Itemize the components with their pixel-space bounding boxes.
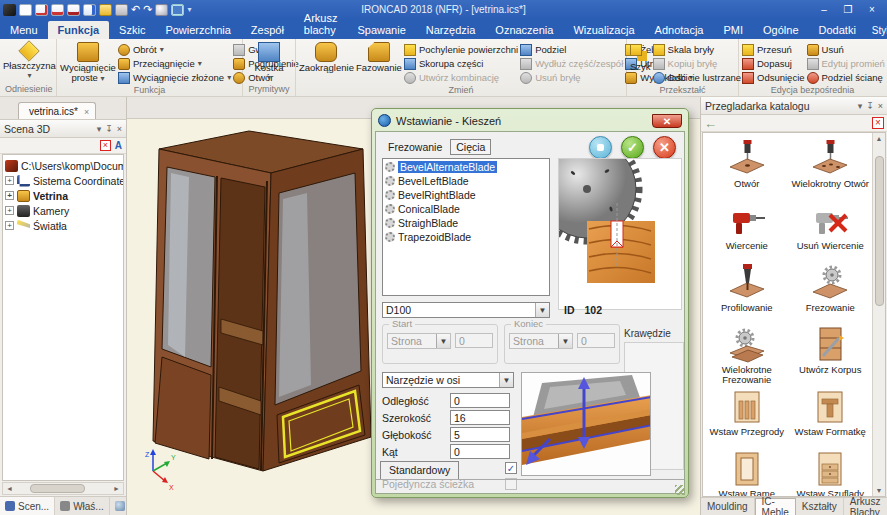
dopasuj-button[interactable]: Dopasuj xyxy=(742,57,805,70)
apply-button[interactable] xyxy=(589,136,612,159)
open-scene-icon[interactable] xyxy=(35,4,48,16)
open-folder-icon[interactable] xyxy=(99,4,112,16)
blade-item[interactable]: BevelRightBlade xyxy=(384,188,548,202)
catalog-item-wstaw-formatke[interactable]: Wstaw Formatkę xyxy=(789,385,873,447)
scrollbar-thumb[interactable] xyxy=(30,484,85,493)
close-button[interactable]: × xyxy=(861,3,883,17)
dropdown-caret-icon[interactable]: ▼ xyxy=(535,303,549,317)
tab-ogolne[interactable]: Ogólne xyxy=(753,21,808,39)
catalog-item-wielokrotne-frezowanie[interactable]: Wielokrotne Frezowanie xyxy=(705,323,789,385)
catalog-scrollbar-thumb[interactable] xyxy=(875,156,884,306)
catalog-item-wiercenie[interactable]: Wiercenie xyxy=(705,199,789,261)
standardowy-tab[interactable]: Standardowy xyxy=(380,461,459,479)
dropdown-caret-icon[interactable]: ▼ xyxy=(499,373,513,387)
scroll-down-icon[interactable]: ▼ xyxy=(876,485,883,496)
fazowanie-button[interactable]: Fazowanie xyxy=(356,41,402,84)
document-tab-close-icon[interactable]: × xyxy=(84,107,89,117)
catalog-item-wstaw-przegrody[interactable]: Wstaw Przegrody xyxy=(705,385,789,447)
tab-funkcja[interactable]: Funkcja xyxy=(48,21,110,39)
grid-display-icon[interactable] xyxy=(171,4,184,16)
odsuniecie-button[interactable]: Odsunięcie xyxy=(742,71,805,84)
catalog-close-icon[interactable]: × xyxy=(878,101,883,111)
expand-icon[interactable]: + xyxy=(5,191,14,200)
tab-adnotacja[interactable]: Adnotacja xyxy=(645,21,714,39)
catalog-item-wielokrotny-otwor[interactable]: Wielokrotny Otwór xyxy=(789,137,873,199)
catalog-clear-icon[interactable]: × xyxy=(872,117,884,129)
edytuj-promien-button[interactable]: Edytuj promień xyxy=(807,57,885,70)
panel-pin-icon[interactable]: ↧ xyxy=(105,124,113,134)
tree-item-scene-root[interactable]: C:\Users\komp\Documents\G xyxy=(5,158,121,173)
usun-bryle-button[interactable]: Usuń bryłę xyxy=(520,71,623,84)
start-value-input[interactable]: 0 xyxy=(455,333,493,348)
wyciagniecie-zlozone-button[interactable]: Wyciągnięcie złożone▾ xyxy=(118,71,231,84)
blade-size-dropdown[interactable]: D100 ▼ xyxy=(382,302,550,318)
zaokraglenie-button[interactable]: Zaokrąglenie xyxy=(299,41,354,84)
dialog-titlebar[interactable]: Wstawianie - Kieszeń ✕ xyxy=(375,112,685,131)
plaszczyzna-button[interactable]: Płaszczyzna ▾ xyxy=(3,41,56,83)
catalog-item-otwor[interactable]: Otwór xyxy=(705,137,789,199)
catalog-item-utworz-korpus[interactable]: Utwórz Korpus xyxy=(789,323,873,385)
ok-button[interactable]: ✓ xyxy=(621,136,644,159)
koniec-value-input[interactable]: 0 xyxy=(577,333,615,348)
export-part-icon[interactable] xyxy=(67,4,80,16)
scroll-left-icon[interactable]: ◄ xyxy=(3,485,16,492)
tab-szkic[interactable]: Szkic xyxy=(109,21,155,39)
usun-button[interactable]: Usuń xyxy=(807,43,885,56)
dialog-close-button[interactable]: ✕ xyxy=(652,114,682,128)
catalog-tab-ksztalty[interactable]: Kształty xyxy=(796,498,844,515)
scroll-right-icon[interactable]: ► xyxy=(110,485,123,492)
clear-filter-icon[interactable]: × xyxy=(100,140,111,151)
dialog-resize-grip[interactable] xyxy=(675,485,685,495)
find-text-icon[interactable]: A xyxy=(115,140,122,151)
start-side-dropdown[interactable]: Strona▼ xyxy=(387,333,451,349)
tool-position-dropdown[interactable]: Narzędzie w osi▼ xyxy=(382,372,514,388)
tab-narzedzia[interactable]: Narzędzia xyxy=(416,21,486,39)
style-dropdown[interactable]: Style xyxy=(872,25,887,36)
catalog-tab-moulding[interactable]: Moulding xyxy=(701,498,755,515)
catalog-tab-ic-meble[interactable]: IC-Meble xyxy=(755,498,796,515)
catalog-item-wstaw-szuflady[interactable]: Wstaw Szuflady xyxy=(789,447,873,497)
kat-input[interactable]: 0 xyxy=(450,444,510,459)
undo-icon[interactable]: ↶ xyxy=(131,3,140,16)
tree-item-vetrina[interactable]: + Vetrina xyxy=(5,188,121,203)
przesun-button[interactable]: Przesuń xyxy=(742,43,805,56)
panel-close-icon[interactable]: × xyxy=(117,124,122,134)
skorupa-button[interactable]: Skorupa części xyxy=(404,57,518,70)
skala-bryly-button[interactable]: Skala bryły xyxy=(653,43,748,56)
tab-properties[interactable]: Właś... xyxy=(55,497,110,515)
tab-wizualizacja[interactable]: Wizualizacja xyxy=(563,21,644,39)
tab-oznaczenia[interactable]: Oznaczenia xyxy=(485,21,563,39)
expand-icon[interactable]: + xyxy=(5,176,14,185)
scroll-up-icon[interactable]: ▲ xyxy=(876,133,883,144)
tab-arkusz-blachy[interactable]: Arkusz blachy xyxy=(294,9,348,39)
tree-item-swiatla[interactable]: + Światła xyxy=(5,218,121,233)
panel-menu-icon[interactable]: ▾ xyxy=(97,124,102,134)
szyk-button[interactable]: Szyk xyxy=(630,41,651,84)
wydluz-button[interactable]: Wydłuż część/zespół xyxy=(520,57,623,70)
podziel-sciane-button[interactable]: Podziel ścianę xyxy=(807,71,885,84)
catalog-item-wstaw-rame[interactable]: Wstaw Ramę xyxy=(705,447,789,497)
tab-menu[interactable]: Menu xyxy=(0,21,48,39)
odleglosc-input[interactable]: 0 xyxy=(450,393,510,408)
qat-overflow-icon[interactable]: ▾ xyxy=(187,5,191,14)
catalog-item-usun-wiercenie[interactable]: Usuń Wiercenie xyxy=(789,199,873,261)
koniec-side-dropdown[interactable]: Strona▼ xyxy=(509,333,573,349)
render-sphere-icon[interactable] xyxy=(155,4,168,16)
tab-zespol[interactable]: Zespół xyxy=(241,21,294,39)
tab-scene[interactable]: Scen... xyxy=(0,497,55,515)
catalog-tab-arkusz-blachy[interactable]: Arkusz Blachy xyxy=(844,498,887,515)
tree-horizontal-scrollbar[interactable]: ◄ ► xyxy=(2,482,124,495)
obrot-button[interactable]: Obrót▾ xyxy=(118,43,231,56)
blade-item[interactable]: ConicalBlade xyxy=(384,202,548,216)
import-part-icon[interactable] xyxy=(51,4,64,16)
cancel-button[interactable]: ✕ xyxy=(653,136,676,159)
tab-spawanie[interactable]: Spawanie xyxy=(347,21,415,39)
blade-item[interactable]: StraighBlade xyxy=(384,216,548,230)
dialog-tab-frezowanie[interactable]: Frezowanie xyxy=(382,139,448,155)
catalog-item-frezowanie[interactable]: Frezowanie xyxy=(789,261,873,323)
catalog-item-profilowanie[interactable]: Profilowanie xyxy=(705,261,789,323)
save-icon[interactable] xyxy=(115,4,128,16)
tree-item-coordinate-system[interactable]: + Sistema Coordinate Global xyxy=(5,173,121,188)
blade-item-selected[interactable]: BevelAlternateBlade xyxy=(384,160,548,174)
catalog-scrollbar[interactable]: ▲ ▼ xyxy=(872,133,885,496)
